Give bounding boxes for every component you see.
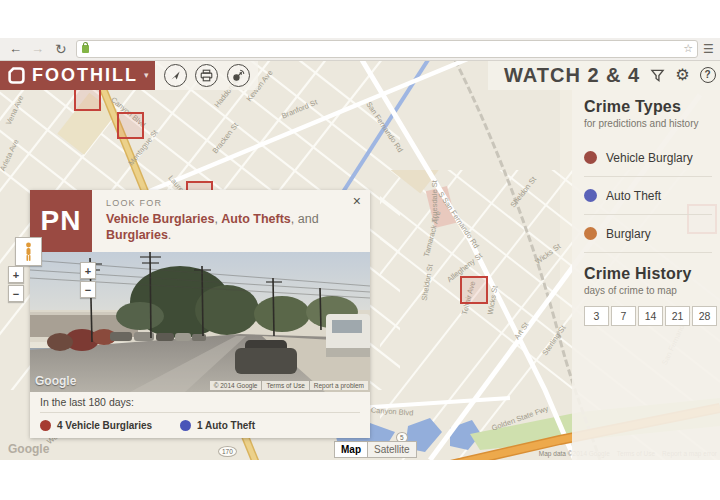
satellite-dish-icon (232, 69, 245, 82)
history-legend: 4 Vehicle Burglaries 1 Auto Theft (40, 420, 360, 431)
history-days-button[interactable]: 21 (665, 306, 690, 326)
street-view-google-logo: Google (35, 374, 76, 388)
broadcast-button[interactable] (227, 64, 250, 87)
history-days-button[interactable]: 14 (638, 306, 663, 326)
map-type-buttons: Map Satellite (334, 441, 417, 458)
map-type-satellite-button[interactable]: Satellite (368, 441, 417, 458)
crime-type-row[interactable]: Vehicle Burglary (584, 139, 712, 177)
street-view-zoom-out-button[interactable]: − (80, 281, 96, 298)
filter-button[interactable] (650, 68, 665, 83)
google-watermark: Google (8, 442, 49, 456)
map-zoom-out-button[interactable]: − (8, 285, 24, 302)
pegman-icon (23, 242, 34, 262)
sep-3: . (168, 228, 171, 242)
crime-type-dot-icon (584, 227, 597, 240)
sv-terms-link[interactable]: Terms of Use (262, 381, 308, 390)
ssl-lock-icon (82, 45, 89, 53)
printer-icon (200, 69, 213, 82)
history-days-button[interactable]: 28 (692, 306, 717, 326)
precinct-name: FOOTHILL (32, 65, 138, 86)
browser-toolbar: ← → ↻ ☆ ☰ (0, 38, 720, 61)
crime-history-title: Crime History (584, 265, 720, 283)
popup-header: PN LOOK FOR Vehicle Burglaries, Auto The… (30, 190, 370, 252)
pegman-control[interactable] (15, 237, 42, 266)
crime-type-row[interactable]: Burglary (584, 215, 712, 253)
crime-type-row[interactable]: Auto Theft (584, 177, 712, 215)
history-dot-icon (180, 420, 191, 431)
navigation-arrow-icon (169, 69, 182, 82)
crime-history-subtitle: days of crime to map (584, 285, 720, 296)
history-days-button[interactable]: 7 (611, 306, 636, 326)
browser-back-button[interactable]: ← (9, 39, 22, 59)
highway-shield: 170 (218, 446, 237, 457)
history-count-label: 1 Auto Theft (197, 420, 255, 431)
crime-history-options: 37142128 (584, 306, 720, 326)
print-button[interactable] (195, 64, 218, 87)
prediction-box[interactable] (460, 276, 488, 304)
history-count-label: 4 Vehicle Burglaries (57, 420, 152, 431)
predpol-logo-icon (8, 67, 25, 84)
funnel-icon (650, 68, 665, 83)
prediction-box[interactable] (117, 112, 144, 139)
crime-type-label: Vehicle Burglary (606, 151, 693, 165)
street-view-zoom-in-button[interactable]: + (80, 262, 96, 279)
crime-types-subtitle: for predictions and history (584, 118, 720, 129)
browser-forward-button[interactable]: → (31, 39, 44, 59)
history-dot-icon (40, 420, 51, 431)
look-for-crimes: Vehicle Burglaries, Auto Thefts, and Bur… (106, 211, 344, 243)
map-canvas[interactable]: Canyon BlvdVena AveArleta AveHaddon AveK… (0, 60, 720, 460)
street-view-panorama[interactable]: + − Google © 2014 Google Terms of Use Re… (30, 252, 370, 392)
crime-1: Vehicle Burglaries (106, 212, 214, 226)
history-legend-item: 4 Vehicle Burglaries (40, 420, 152, 431)
map-zoom-in-button[interactable]: + (8, 266, 24, 283)
map-zoom-control: + − (8, 266, 24, 304)
address-bar[interactable]: ☆ (76, 40, 698, 58)
popup-footer: In the last 180 days: 4 Vehicle Burglari… (30, 392, 370, 438)
history-legend-item: 1 Auto Theft (180, 420, 255, 431)
question-mark-icon: ? (700, 67, 716, 83)
crime-2: Auto Thefts (221, 212, 290, 226)
precinct-banner[interactable]: FOOTHILL ▾ (0, 60, 155, 90)
watch-header: WATCH 2 & 4 ⚙ ? (488, 60, 720, 90)
sv-copyright: © 2014 Google (210, 381, 262, 390)
sep-2: , and (291, 212, 319, 226)
close-icon[interactable]: × (353, 193, 361, 209)
crime-types-title: Crime Types (584, 98, 720, 116)
prediction-popup: PN LOOK FOR Vehicle Burglaries, Auto The… (30, 190, 370, 438)
precinct-dropdown-caret-icon[interactable]: ▾ (144, 70, 149, 80)
bookmark-star-icon[interactable]: ☆ (683, 42, 693, 55)
street-view-zoom: + − (80, 262, 96, 300)
crime-type-list: Vehicle Burglary Auto Theft Burglary (584, 139, 720, 253)
crime-3: Burglaries (106, 228, 168, 242)
crime-type-label: Burglary (606, 227, 651, 241)
history-days-button[interactable]: 3 (584, 306, 609, 326)
map-type-map-button[interactable]: Map (334, 441, 368, 458)
browser-menu-icon[interactable]: ☰ (703, 39, 714, 59)
look-for-label: LOOK FOR (106, 198, 344, 208)
help-button[interactable]: ? (700, 67, 716, 83)
sv-report-link[interactable]: Report a problem (310, 381, 368, 390)
browser-refresh-button[interactable]: ↻ (55, 39, 67, 59)
watch-title: WATCH 2 & 4 (504, 64, 640, 87)
street-view-credits: © 2014 Google Terms of Use Report a prob… (209, 381, 368, 390)
sidebar: Crime Types for predictions and history … (572, 90, 720, 460)
crime-type-dot-icon (584, 189, 597, 202)
history-intro: In the last 180 days: (40, 396, 360, 413)
locate-button[interactable] (164, 64, 187, 87)
settings-button[interactable]: ⚙ (675, 67, 689, 83)
crime-type-dot-icon (584, 151, 597, 164)
crime-type-label: Auto Theft (606, 189, 661, 203)
map-tools (155, 60, 258, 90)
